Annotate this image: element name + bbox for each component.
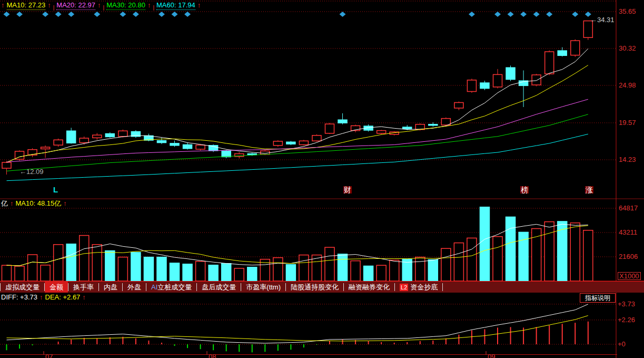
stock-chart-app: ↑MA10: 27.23↑|MA20: 22.97↑|MA30: 20.80↑|… — [0, 0, 644, 358]
candle-body — [493, 74, 502, 87]
tab-outer-disc[interactable]: 外盘 — [123, 282, 146, 293]
volume-axis-label: 64817 — [619, 205, 638, 212]
date-label: 07 — [45, 353, 53, 358]
volume-legend-item: ↑ — [10, 199, 14, 207]
volume-bar — [144, 257, 153, 281]
price-axis-label: 30.32 — [619, 45, 636, 52]
macd-dea-line — [7, 316, 588, 341]
volume-bar — [105, 251, 115, 281]
tab-separator — [442, 283, 443, 291]
volume-bar — [66, 244, 76, 281]
candle-body — [403, 127, 412, 129]
candle-body — [286, 142, 295, 144]
macd-legend-item: DIFF: +3.73 — [1, 293, 37, 301]
volume-axis-label: 43211 — [619, 229, 637, 236]
indicator-help-button[interactable]: 指标说明 — [580, 293, 616, 303]
volume-bar — [338, 254, 348, 281]
signal-diamond-icon — [133, 12, 139, 17]
volume-bar — [209, 265, 218, 281]
ma60-line — [7, 134, 588, 180]
volume-bar — [170, 263, 180, 281]
tab-northbound-holdings-change[interactable]: 陆股通持股变化 — [286, 282, 343, 293]
tab-accent-text: AI — [151, 283, 157, 291]
macd-legend-item: ↑ — [82, 293, 86, 301]
volume-bar — [299, 255, 309, 281]
volume-bar — [41, 265, 50, 281]
volume-bar — [390, 260, 399, 281]
volume-bar — [519, 232, 528, 281]
ma-legend-item: ↑ — [97, 1, 101, 9]
watermark-text: 财 — [343, 186, 352, 193]
price-axis-label: 35.65 — [619, 8, 636, 15]
ma-legend-item: ↑ — [47, 1, 51, 9]
volume-bar — [92, 245, 102, 281]
tab-ai-pillar-volume[interactable]: AI立桩成交量 — [146, 282, 196, 293]
volume-bar — [415, 257, 425, 281]
signal-diamond-icon — [546, 12, 552, 17]
volume-bar — [377, 265, 386, 281]
candle-body — [377, 131, 386, 133]
candle-body — [105, 134, 114, 137]
tab-pe-ttm[interactable]: 市盈率(ttm) — [241, 282, 285, 293]
macd-axis-label: +3.73 — [618, 301, 635, 308]
volume-bar — [54, 245, 63, 281]
tab-after-hours-volume[interactable]: 盘后成交量 — [197, 282, 241, 293]
candle-body — [558, 51, 567, 55]
ma-legend-row: ↑MA10: 27.23↑|MA20: 22.97↑|MA30: 20.80↑|… — [1, 1, 201, 10]
signal-diamond-icon — [340, 12, 346, 17]
signal-diamond-icon — [520, 12, 527, 17]
volume-bar — [480, 207, 489, 281]
candle-body — [454, 103, 463, 108]
volume-bar — [364, 266, 373, 281]
macd-legend-row: DIFF: +3.73↑DEA: +2.67↑ — [1, 293, 86, 301]
signal-diamond-icon — [42, 12, 48, 17]
l2-badge: L2 — [400, 284, 408, 291]
candle-body — [157, 141, 166, 143]
volume-bar — [286, 265, 295, 281]
volume-bar — [234, 268, 244, 281]
signal-diamond-icon — [4, 12, 10, 17]
volume-bar — [2, 265, 12, 281]
signal-diamond-icon — [184, 12, 191, 17]
tab-amount[interactable]: 金额 — [45, 282, 68, 293]
ma-legend-item: | — [153, 6, 154, 10]
tab-inner-disc[interactable]: 内盘 — [99, 282, 122, 293]
volume-bar — [131, 253, 141, 281]
volume-bar — [157, 257, 166, 281]
candle-body — [80, 138, 88, 143]
macd-legend-item: DEA: +2.67 — [45, 293, 81, 301]
candle-body — [183, 145, 192, 149]
volume-bar — [428, 260, 438, 281]
signal-diamond-icon — [508, 12, 514, 17]
price-axis-label: 24.98 — [619, 82, 636, 89]
tab-margin-trading-change[interactable]: 融资融券变化 — [344, 282, 394, 293]
volume-bar — [544, 222, 554, 281]
candle-body — [506, 67, 515, 79]
candle-body — [325, 124, 334, 133]
candle-body — [299, 141, 308, 144]
signal-diamond-icon — [16, 12, 23, 17]
volume-bar — [467, 238, 477, 281]
tab-virtual-volume[interactable]: 虚拟成交量 — [1, 282, 44, 293]
candle-body — [312, 136, 321, 141]
date-label: 08 — [209, 353, 216, 358]
macd-axis-label: +2.26 — [618, 316, 635, 324]
volume-bar — [454, 243, 463, 281]
candle-body — [93, 135, 102, 138]
chart-canvas — [0, 0, 644, 358]
volume-bar — [506, 217, 516, 281]
volume-legend-item: 亿 — [1, 199, 8, 207]
tab-turnover-rate[interactable]: 换手率 — [68, 282, 98, 293]
macd-diff-line — [7, 304, 588, 343]
volume-legend-item: MA10: 48.15亿 — [16, 199, 62, 207]
candle-body — [196, 145, 205, 149]
ma-legend-item: MA10: 27.23 — [7, 1, 46, 10]
candle-body — [441, 119, 450, 125]
candle-body — [222, 151, 231, 157]
candle-body — [41, 147, 50, 149]
volume-unit-label: X1000 — [618, 272, 641, 280]
volume-legend-item: ↑ — [63, 199, 67, 207]
candle-body — [67, 131, 76, 143]
tab-fund-bottom-fishing[interactable]: L2资金抄底 — [395, 282, 442, 293]
candle-body — [571, 41, 580, 55]
